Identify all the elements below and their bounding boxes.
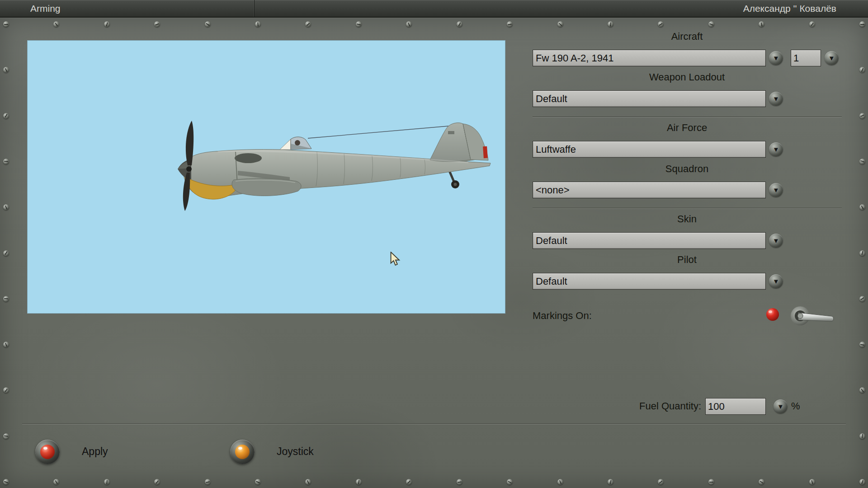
screw-icon	[205, 479, 211, 485]
screw-icon	[859, 433, 865, 439]
screw-icon	[356, 479, 362, 485]
pilot-selected-value: Default	[536, 276, 567, 287]
specular-highlight	[43, 447, 47, 450]
skin-dropdown[interactable]: Default	[533, 232, 766, 249]
player-name: Александр '' Ковалёв	[743, 0, 836, 17]
screw-icon	[658, 21, 664, 27]
squadron-dropdown[interactable]: <none>	[533, 182, 766, 198]
screw-icon	[859, 342, 865, 347]
screw-icon	[3, 433, 9, 439]
squadron-selected-value: <none>	[536, 184, 570, 196]
fuel-quantity-input[interactable]	[705, 398, 766, 415]
top-bar: Arming Александр '' Ковалёв	[0, 0, 868, 18]
screw-icon	[255, 479, 261, 485]
skin-label: Skin	[533, 213, 841, 225]
aircraft-count-input[interactable]	[791, 50, 821, 66]
aircraft-label: Aircraft	[533, 31, 841, 42]
air-force-label: Air Force	[533, 122, 841, 134]
joystick-label: Joystick	[277, 446, 314, 458]
joystick-button-lamp-icon	[235, 445, 250, 459]
screw-icon	[457, 21, 462, 27]
screen-title-tab: Arming	[0, 0, 255, 17]
weapon-loadout-arrow-button[interactable]: ▼	[769, 92, 783, 106]
air-force-selected-value: Luftwaffe	[536, 144, 576, 155]
aircraft-preview	[27, 40, 505, 314]
section-divider	[533, 117, 842, 117]
screw-icon	[708, 21, 714, 27]
screw-icon	[3, 159, 9, 164]
aircraft-dropdown-arrow-button[interactable]: ▼	[769, 51, 783, 65]
aircraft-count-arrow-button[interactable]: ▼	[825, 51, 839, 65]
skin-arrow-button[interactable]: ▼	[769, 234, 783, 248]
apply-button[interactable]	[35, 440, 60, 464]
screw-icon	[608, 479, 613, 485]
screw-icon	[859, 67, 865, 73]
squadron-label: Squadron	[533, 163, 841, 175]
screw-icon	[3, 342, 9, 347]
screw-icon	[859, 21, 865, 27]
screw-icon	[859, 296, 865, 302]
markings-label: Markings On:	[533, 310, 592, 322]
screw-icon	[305, 479, 311, 485]
screw-icon	[104, 479, 110, 485]
pilot-dropdown[interactable]: Default	[533, 273, 766, 290]
screw-icon	[104, 21, 110, 27]
screw-icon	[809, 21, 815, 27]
screw-icon	[557, 21, 563, 27]
screw-icon	[507, 479, 513, 485]
aircraft-image	[177, 117, 493, 215]
screw-icon	[305, 21, 311, 27]
dropdown-arrow-icon: ▼	[828, 55, 835, 61]
skin-selected-value: Default	[536, 235, 567, 247]
pilot-arrow-button[interactable]: ▼	[769, 274, 783, 288]
screw-icon	[3, 479, 9, 485]
dropdown-arrow-icon: ▼	[773, 237, 779, 244]
screw-icon	[3, 21, 9, 27]
air-force-arrow-button[interactable]: ▼	[769, 142, 783, 156]
screw-icon	[3, 250, 9, 256]
dropdown-arrow-icon: ▼	[773, 278, 779, 285]
screw-icon	[708, 479, 714, 485]
screw-icon	[53, 479, 59, 485]
screw-icon	[507, 21, 513, 27]
mouse-cursor	[390, 252, 401, 266]
screw-icon	[557, 479, 563, 485]
weapon-loadout-dropdown[interactable]: Default	[533, 90, 766, 107]
screw-icon	[205, 21, 211, 27]
screw-icon	[759, 479, 764, 485]
screw-icon	[154, 479, 160, 485]
markings-toggle[interactable]	[760, 302, 840, 331]
weapon-loadout-label: Weapon Loadout	[533, 71, 841, 83]
screw-icon	[859, 113, 865, 119]
screw-icon	[859, 479, 865, 485]
fuel-quantity-unit: %	[791, 400, 800, 412]
aircraft-selected-value: Fw 190 A-2, 1941	[536, 52, 613, 64]
weapon-loadout-selected-value: Default	[536, 93, 567, 105]
screw-icon	[859, 159, 865, 164]
squadron-arrow-button[interactable]: ▼	[769, 183, 783, 197]
fuel-quantity-label: Fuel Quantity:	[533, 400, 701, 412]
section-divider	[533, 208, 842, 208]
fuel-quantity-arrow-button[interactable]: ▼	[774, 399, 788, 413]
air-force-dropdown[interactable]: Luftwaffe	[533, 141, 766, 158]
footer-divider	[22, 423, 846, 424]
screw-icon	[859, 250, 865, 256]
screw-icon	[608, 21, 613, 27]
apply-button-lamp-icon	[40, 445, 55, 459]
joystick-button[interactable]	[230, 440, 255, 464]
screw-icon	[859, 204, 865, 210]
screen-title: Arming	[30, 3, 61, 14]
screw-icon	[3, 204, 9, 210]
indicator-lamp-icon	[766, 308, 779, 321]
screw-icon	[3, 387, 9, 393]
screw-icon	[658, 479, 664, 485]
screw-icon	[406, 479, 412, 485]
aircraft-dropdown[interactable]: Fw 190 A-2, 1941	[533, 50, 766, 66]
screw-icon	[154, 21, 160, 27]
screw-icon	[809, 479, 815, 485]
toggle-lever	[791, 306, 834, 325]
pilot-label: Pilot	[533, 254, 841, 266]
dropdown-arrow-icon: ▼	[777, 403, 784, 410]
arming-panel: Aircraft Fw 190 A-2, 1941 ▼ ▼ Weapon Loa…	[0, 18, 868, 488]
screw-icon	[859, 387, 865, 393]
